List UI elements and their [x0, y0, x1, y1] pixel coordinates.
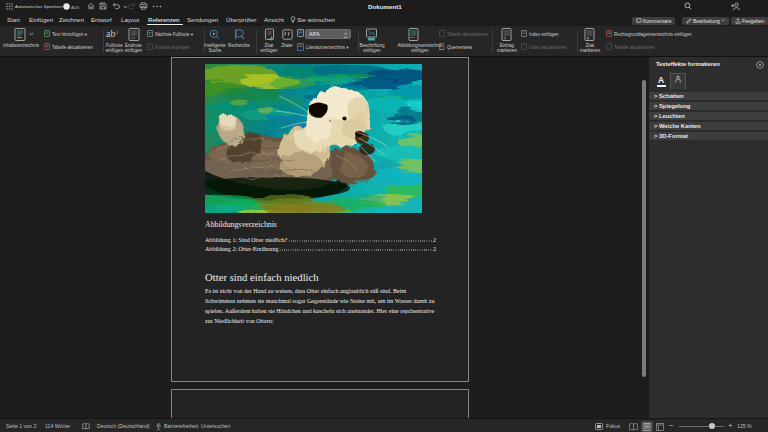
- svg-text:AUS: AUS: [71, 5, 79, 10]
